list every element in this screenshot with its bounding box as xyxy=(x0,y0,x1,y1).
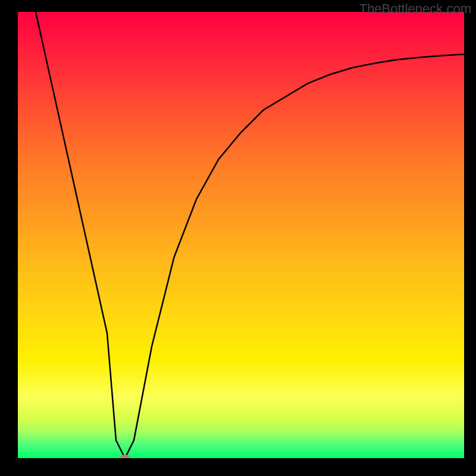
bottleneck-curve xyxy=(36,12,464,458)
watermark-text: TheBottleneck.com xyxy=(359,1,471,17)
chart-container: TheBottleneck.com xyxy=(0,0,476,476)
minimum-marker xyxy=(120,455,130,458)
curve-svg xyxy=(18,12,464,458)
plot-area xyxy=(18,12,464,458)
